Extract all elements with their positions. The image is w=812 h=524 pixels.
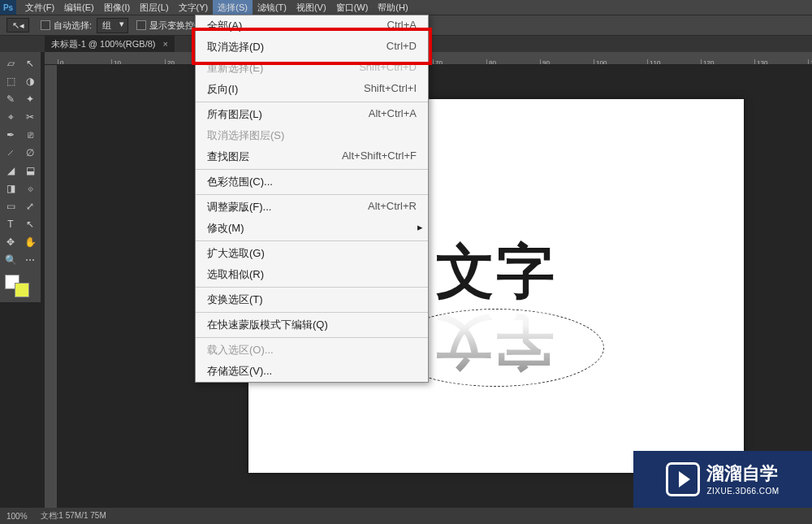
tool-button-12[interactable]: ◢ bbox=[2, 162, 19, 179]
tool-button-6[interactable]: ⌖ bbox=[2, 109, 19, 125]
background-color[interactable] bbox=[15, 283, 29, 297]
tool-button-13[interactable]: ⬓ bbox=[21, 162, 39, 179]
watermark-title: 溜溜自学 bbox=[706, 462, 779, 486]
menu-item[interactable]: 修改(M) bbox=[196, 218, 428, 239]
tool-button-11[interactable]: ∅ bbox=[21, 145, 39, 161]
menu-separator bbox=[196, 287, 428, 288]
tool-button-22[interactable]: 🔍 bbox=[2, 252, 19, 268]
menu-type[interactable]: 文字(Y) bbox=[174, 0, 214, 15]
tool-button-8[interactable]: ✒ bbox=[2, 127, 19, 143]
ruler-vertical bbox=[45, 65, 58, 508]
ruler-tick: 120 bbox=[701, 59, 714, 64]
tool-button-5[interactable]: ✦ bbox=[21, 91, 39, 107]
menu-item[interactable]: 在快速蒙版模式下编辑(Q) bbox=[196, 314, 428, 336]
menu-item-shortcut: Alt+Ctrl+R bbox=[368, 200, 417, 214]
menu-item[interactable]: 选取相似(R) bbox=[196, 264, 428, 285]
menu-layer[interactable]: 图层(L) bbox=[135, 0, 173, 15]
group-dropdown[interactable]: 组 bbox=[97, 18, 128, 33]
menu-file[interactable]: 文件(F) bbox=[20, 0, 59, 15]
menu-separator bbox=[196, 102, 428, 102]
menu-item[interactable]: 扩大选取(G) bbox=[196, 243, 428, 264]
tool-button-1[interactable]: ↖ bbox=[21, 55, 39, 71]
menu-item-label: 反向(I) bbox=[207, 82, 238, 97]
menu-item-shortcut: Alt+Shift+Ctrl+F bbox=[342, 149, 417, 164]
tool-button-23[interactable]: ⋯ bbox=[21, 252, 39, 268]
menu-item-label: 查找图层 bbox=[207, 149, 249, 164]
tool-button-7[interactable]: ✂ bbox=[21, 109, 39, 125]
tool-button-3[interactable]: ◑ bbox=[21, 73, 39, 89]
menu-item[interactable]: 所有图层(L)Alt+Ctrl+A bbox=[196, 104, 428, 125]
menu-item-label: 选取相似(R) bbox=[207, 267, 264, 282]
ruler-tick: 90 bbox=[540, 59, 550, 64]
show-transform-checkbox[interactable] bbox=[136, 20, 146, 30]
menu-item-shortcut: Ctrl+A bbox=[387, 19, 417, 33]
menu-item-shortcut: Shift+Ctrl+D bbox=[359, 61, 417, 76]
menu-edit[interactable]: 编辑(E) bbox=[59, 0, 99, 15]
menu-item: 取消选择图层(S) bbox=[196, 125, 428, 146]
tool-button-16[interactable]: ▭ bbox=[2, 198, 19, 214]
menu-item[interactable]: 查找图层Alt+Shift+Ctrl+F bbox=[196, 146, 428, 167]
ruler-tick: 70 bbox=[433, 59, 443, 64]
menu-select[interactable]: 选择(S) bbox=[213, 0, 253, 15]
ruler-tick: 130 bbox=[754, 59, 767, 64]
tool-button-15[interactable]: ⟐ bbox=[21, 180, 39, 197]
menu-item-label: 取消选择(D) bbox=[207, 40, 264, 54]
menu-item[interactable]: 色彩范围(C)... bbox=[196, 171, 428, 193]
menu-item: 重新选择(E)Shift+Ctrl+D bbox=[196, 58, 428, 79]
document-tab[interactable]: 未标题-1 @ 100%(RGB/8) × bbox=[45, 36, 175, 53]
tool-button-4[interactable]: ✎ bbox=[2, 91, 19, 107]
menu-filter[interactable]: 滤镜(T) bbox=[253, 0, 292, 15]
menu-item-label: 色彩范围(C)... bbox=[207, 175, 273, 189]
menu-item-label: 调整蒙版(F)... bbox=[207, 200, 271, 214]
menu-item-label: 全部(A) bbox=[207, 19, 242, 33]
status-bar: 100% 文档:1 57M/1 75M bbox=[0, 508, 812, 524]
menu-item-label: 在快速蒙版模式下编辑(Q) bbox=[207, 318, 328, 332]
status-doc-info: 文档:1 57M/1 75M bbox=[41, 510, 106, 522]
canvas-text: 文字 bbox=[436, 233, 556, 311]
document-tab-title: 未标题-1 @ 100%(RGB/8) bbox=[51, 39, 156, 49]
menu-image[interactable]: 图像(I) bbox=[99, 0, 135, 15]
auto-select-checkbox[interactable] bbox=[41, 20, 50, 30]
menu-item[interactable]: 调整蒙版(F)...Alt+Ctrl+R bbox=[196, 197, 428, 218]
tool-button-14[interactable]: ◨ bbox=[2, 180, 19, 197]
menu-item[interactable]: 变换选区(T) bbox=[196, 289, 428, 310]
tool-button-2[interactable]: ⬚ bbox=[2, 73, 19, 89]
tool-button-18[interactable]: T bbox=[2, 216, 19, 232]
ruler-tick: 110 bbox=[647, 59, 660, 64]
ruler-tick: 10 bbox=[111, 59, 121, 64]
tool-button-19[interactable]: ↖ bbox=[21, 216, 39, 232]
menu-item-label: 变换选区(T) bbox=[207, 292, 263, 307]
watermark-url: ZIXUE.3D66.COM bbox=[706, 486, 779, 496]
move-tool-icon[interactable]: ↖◂ bbox=[6, 18, 29, 32]
menu-item[interactable]: 存储选区(V)... bbox=[196, 361, 428, 382]
status-zoom[interactable]: 100% bbox=[6, 512, 28, 521]
select-dropdown-menu: 全部(A)Ctrl+A取消选择(D)Ctrl+D重新选择(E)Shift+Ctr… bbox=[195, 15, 429, 383]
menu-item[interactable]: 全部(A)Ctrl+A bbox=[196, 15, 428, 37]
close-icon[interactable]: × bbox=[163, 39, 168, 49]
menu-item-label: 修改(M) bbox=[207, 221, 244, 236]
tool-button-9[interactable]: ⎚ bbox=[21, 127, 39, 143]
menu-item-label: 取消选择图层(S) bbox=[207, 128, 284, 143]
app-logo: Ps bbox=[0, 0, 16, 15]
menu-view[interactable]: 视图(V) bbox=[292, 0, 331, 15]
menu-help[interactable]: 帮助(H) bbox=[373, 0, 412, 15]
tool-button-21[interactable]: ✋ bbox=[21, 234, 39, 250]
menu-separator bbox=[196, 240, 428, 241]
menu-window[interactable]: 窗口(W) bbox=[331, 0, 374, 15]
menu-separator bbox=[196, 337, 428, 338]
tools-panel: ▱↖⬚◑✎✦⌖✂✒⎚⟋∅◢⬓◨⟐▭⤢T↖✥✋🔍⋯ bbox=[0, 52, 41, 302]
menu-item-shortcut: Alt+Ctrl+A bbox=[369, 107, 417, 122]
tool-button-10[interactable]: ⟋ bbox=[2, 145, 19, 161]
menu-item-label: 所有图层(L) bbox=[207, 107, 262, 122]
tool-button-0[interactable]: ▱ bbox=[2, 55, 19, 71]
tool-button-17[interactable]: ⤢ bbox=[21, 198, 39, 214]
menu-item-label: 存储选区(V)... bbox=[207, 364, 272, 379]
auto-select-label: 自动选择: bbox=[54, 19, 92, 32]
menu-separator bbox=[196, 194, 428, 195]
menu-item[interactable]: 取消选择(D)Ctrl+D bbox=[196, 37, 428, 58]
watermark: 溜溜自学 ZIXUE.3D66.COM bbox=[633, 451, 812, 508]
menu-item-shortcut: Ctrl+D bbox=[387, 40, 417, 54]
tool-button-20[interactable]: ✥ bbox=[2, 234, 19, 250]
menu-separator bbox=[196, 169, 428, 170]
menu-item[interactable]: 反向(I)Shift+Ctrl+I bbox=[196, 79, 428, 100]
